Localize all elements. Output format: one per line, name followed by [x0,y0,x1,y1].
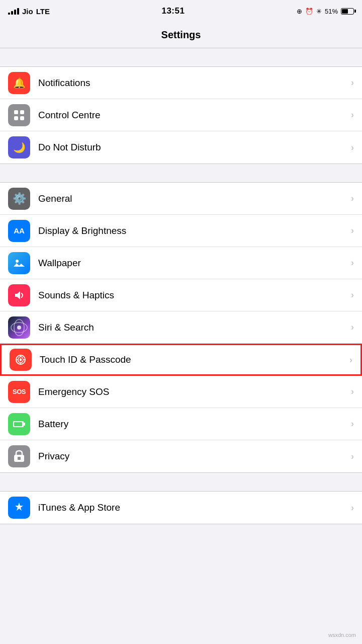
notifications-item[interactable]: 🔔 Notifications › [0,67,362,99]
general-icon: ⚙️ [8,188,30,210]
sounds-haptics-item[interactable]: Sounds & Haptics › [0,279,362,311]
siri-search-chevron: › [351,322,354,333]
battery-percent: 51% [325,8,338,15]
battery-item[interactable]: Battery › [0,408,362,440]
watermark: wsxdn.com [328,632,356,638]
control-centre-label: Control Centre [38,110,351,121]
itunes-appstore-label: iTunes & App Store [38,502,351,513]
control-centre-icon [8,104,30,126]
svg-point-4 [16,260,19,263]
control-centre-chevron: › [351,110,354,120]
touch-id-icon [10,349,32,371]
itunes-appstore-chevron: › [351,503,354,513]
wallpaper-icon [8,252,30,274]
emergency-sos-label: Emergency SOS [38,386,351,397]
notifications-chevron: › [351,77,354,88]
svg-rect-2 [14,116,18,120]
privacy-label: Privacy [38,451,351,462]
svg-rect-14 [14,422,22,426]
svg-rect-16 [18,457,21,460]
privacy-chevron: › [351,451,354,462]
siri-search-item[interactable]: Siri & Search › [0,311,362,344]
status-bar: Jio LTE 13:51 ⊕ ⏰ ✳ 51% [0,0,362,22]
general-chevron: › [351,193,354,204]
battery-chevron: › [351,419,354,429]
network-label: LTE [36,7,50,16]
sounds-haptics-chevron: › [351,290,354,300]
touch-id-label: Touch ID & Passcode [40,354,349,365]
emergency-sos-icon: SOS [8,381,30,403]
svg-point-11 [20,358,22,361]
settings-content: 🔔 Notifications › Control Centre › 🌙 Do … [0,48,362,644]
do-not-disturb-chevron: › [351,142,354,153]
alarm-icon: ⏰ [305,8,313,15]
wallpaper-label: Wallpaper [38,258,351,269]
status-right: ⊕ ⏰ ✳ 51% [297,8,354,15]
display-brightness-icon: AA [8,220,30,242]
privacy-item[interactable]: Privacy › [0,440,362,472]
time-label: 13:51 [161,6,185,16]
svg-rect-1 [20,110,24,114]
do-not-disturb-item[interactable]: 🌙 Do Not Disturb › [0,131,362,164]
svg-rect-13 [24,423,25,426]
battery-item-icon [8,413,30,435]
do-not-disturb-icon: 🌙 [8,136,30,158]
location-icon: ⊕ [297,8,302,15]
sos-text: SOS [13,388,26,395]
display-brightness-chevron: › [351,225,354,236]
notifications-label: Notifications [38,77,351,89]
itunes-appstore-item[interactable]: iTunes & App Store › [0,492,362,524]
general-item[interactable]: ⚙️ General › [0,183,362,215]
notifications-section: 🔔 Notifications › Control Centre › 🌙 Do … [0,66,362,164]
section-gap-2 [0,164,362,182]
touch-id-chevron: › [349,355,352,365]
battery-icon [341,8,354,15]
emergency-sos-chevron: › [351,386,354,397]
svg-rect-3 [20,116,24,120]
carrier-label: Jio [22,7,33,16]
display-brightness-item[interactable]: AA Display & Brightness › [0,215,362,247]
sounds-haptics-label: Sounds & Haptics [38,290,351,301]
siri-search-icon [8,316,30,339]
wallpaper-item[interactable]: Wallpaper › [0,247,362,279]
general-label: General [38,193,351,204]
bluetooth-icon: ✳ [316,8,322,15]
section-gap-1 [0,48,362,66]
signal-icon [8,8,19,15]
display-section: ⚙️ General › AA Display & Brightness › W… [0,182,362,473]
sounds-haptics-icon [8,284,30,306]
notifications-icon: 🔔 [8,72,30,94]
itunes-appstore-icon [8,497,30,519]
siri-search-label: Siri & Search [38,322,351,333]
svg-rect-0 [14,110,18,114]
wallpaper-chevron: › [351,258,354,268]
do-not-disturb-label: Do Not Disturb [38,142,351,153]
display-brightness-label: Display & Brightness [38,225,351,236]
privacy-icon [8,445,30,467]
emergency-sos-item[interactable]: SOS Emergency SOS › [0,376,362,408]
status-left: Jio LTE [8,7,50,16]
control-centre-item[interactable]: Control Centre › [0,99,362,131]
page-title: Settings [161,29,201,41]
section-gap-3 [0,473,362,491]
appstore-section: iTunes & App Store › [0,491,362,524]
touch-id-item[interactable]: Touch ID & Passcode › [0,344,362,376]
svg-point-8 [17,326,21,330]
navigation-bar: Settings [0,22,362,48]
battery-label: Battery [38,419,351,430]
